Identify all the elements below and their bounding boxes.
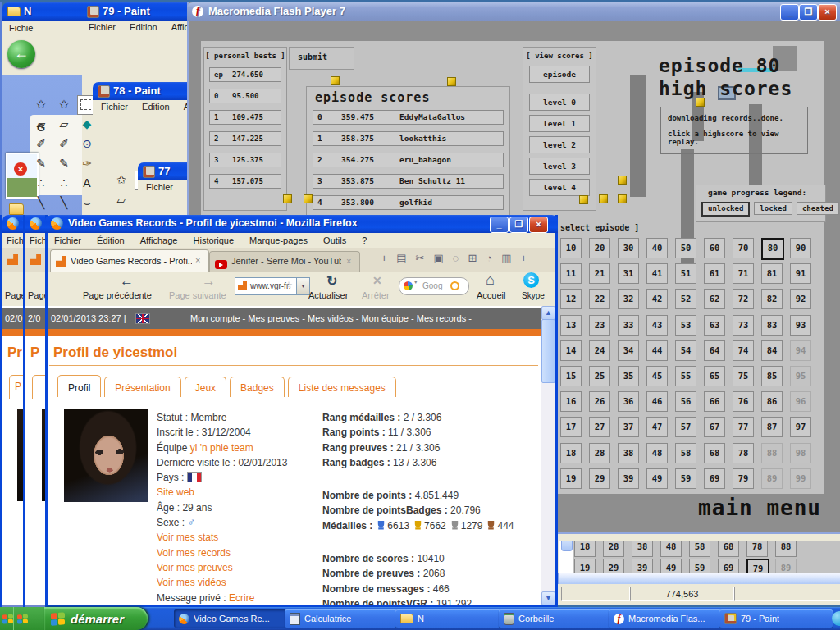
menu-item[interactable]: ?	[362, 235, 367, 245]
episode-cell[interactable]: 90	[790, 238, 811, 258]
tool-eraser-icon[interactable]: ▱	[54, 115, 74, 133]
episode-cell[interactable]: 56	[675, 391, 696, 412]
episode-cell[interactable]: 25	[589, 366, 610, 386]
episode-cell[interactable]: 92	[790, 289, 811, 309]
menu-item[interactable]: Édition	[97, 235, 125, 245]
episode-cell[interactable]: 97	[790, 417, 811, 437]
menu-item[interactable]: Historique	[194, 235, 235, 245]
episode-cell[interactable]: 40	[646, 238, 668, 258]
episode-cell[interactable]: 14	[560, 340, 582, 361]
tool-line-icon[interactable]: ╲	[31, 194, 51, 212]
tool-free-select-icon[interactable]: ✩	[54, 95, 74, 113]
google-icon[interactable]	[404, 281, 413, 290]
episode-cell[interactable]: 84	[761, 340, 783, 361]
view-scores-button-level-0[interactable]: level 0	[529, 94, 590, 111]
profile-link[interactable]: Voir mes stats	[157, 532, 218, 543]
site-tab-profil[interactable]: Profil	[57, 375, 101, 397]
episode-cell[interactable]: 19	[560, 468, 582, 489]
scroll-down-button[interactable]: ▼	[541, 591, 555, 605]
home-label[interactable]: Accueil	[477, 290, 505, 300]
episode-cell[interactable]: 71	[733, 263, 754, 284]
episode-cell[interactable]: 33	[618, 315, 639, 336]
episode-cell[interactable]: 82	[761, 289, 783, 309]
back-icon[interactable]: ←	[120, 273, 134, 290]
tool-airbrush-icon[interactable]: ∴	[54, 174, 74, 192]
menu-item[interactable]: Marque-pages	[249, 235, 308, 245]
tab-vgr-profile[interactable]: Video Games Records - Profi... ×	[50, 249, 209, 272]
episode-cell[interactable]: 47	[646, 417, 668, 437]
tool-color-picker-icon[interactable]: ✐	[54, 135, 74, 153]
episode-score-row[interactable]: 1358.375lookatthis	[313, 131, 504, 146]
firefox-title-bar[interactable]: Video Games Records - Profil de yicestmo…	[45, 215, 558, 233]
episode-cell[interactable]: 95	[790, 366, 811, 386]
page-scrollbar[interactable]: ▲ ▼	[541, 306, 555, 605]
episode-cell[interactable]: 62	[704, 289, 725, 309]
view-scores-button-episode[interactable]: episode	[529, 66, 590, 83]
episode-cell[interactable]: 24	[589, 340, 610, 361]
minimize-button[interactable]: _	[490, 217, 509, 233]
home-icon[interactable]: ⌂	[486, 272, 495, 289]
episode-cell[interactable]: 55	[675, 366, 696, 386]
taskbar-button-macromedia-flas-[interactable]: fMacromedia Flas...	[609, 609, 722, 628]
episode-cell[interactable]: 22	[589, 289, 610, 309]
episode-cell[interactable]: 34	[618, 340, 639, 361]
main-menu-button[interactable]: main menu	[678, 495, 821, 520]
site-tab-liste-des-messages[interactable]: Liste des messages	[288, 377, 396, 397]
episode-cell[interactable]: 66	[704, 391, 725, 412]
episode-cell[interactable]: 23	[589, 315, 610, 336]
firefox-menubar[interactable]: Fichier Édition Affichage Historique Mar…	[48, 233, 555, 248]
episode-cell[interactable]: 43	[646, 315, 668, 336]
episode-cell[interactable]: 67	[704, 417, 725, 437]
tab-close-icon[interactable]: ×	[195, 255, 200, 265]
episode-cell[interactable]: 99	[790, 468, 811, 489]
taskbar-button-79-paint[interactable]: 79 - Paint	[719, 609, 833, 628]
view-scores-button-level-4[interactable]: level 4	[529, 179, 590, 196]
episode-cell[interactable]: 72	[733, 289, 754, 309]
tool-pencil-icon[interactable]: ✎	[54, 154, 74, 172]
minimize-button[interactable]: _	[780, 4, 799, 21]
episode-cell[interactable]: 53	[675, 315, 696, 336]
episode-cell[interactable]: 91	[790, 263, 811, 284]
episode-cell[interactable]: 68	[704, 443, 725, 463]
view-scores-button-level-3[interactable]: level 3	[529, 158, 590, 175]
tool-color-picker-icon[interactable]: ✐	[31, 135, 51, 153]
copy-icon[interactable]: ▣	[433, 252, 443, 264]
taskbar-button-calculatrice[interactable]: Calculatrice	[285, 609, 398, 628]
site-tab-jeux[interactable]: Jeux	[185, 377, 226, 397]
profile-link[interactable]: Voir mes preuves	[157, 562, 233, 573]
episode-cell[interactable]: 80	[761, 238, 784, 260]
explorer-title-bar[interactable]: N	[2, 2, 94, 21]
uk-flag-icon[interactable]	[135, 313, 150, 324]
view-scores-button-level-2[interactable]: level 2	[529, 136, 590, 153]
episode-cell[interactable]: 30	[618, 238, 639, 258]
episode-cell[interactable]: 88	[761, 443, 783, 463]
episode-cell[interactable]: 77	[733, 417, 754, 437]
tool-pencil-icon[interactable]: ✎	[31, 154, 51, 172]
menu-item[interactable]: Fichier	[89, 22, 116, 32]
episode-cell[interactable]: 58	[675, 443, 696, 463]
episode-cell[interactable]: 94	[790, 340, 811, 361]
maximize-button[interactable]: ❐	[509, 217, 528, 233]
menu-item[interactable]: Fichier	[146, 182, 173, 192]
site-tab-présentation[interactable]: Présentation	[104, 377, 180, 397]
maximize-button[interactable]: ❐	[799, 4, 818, 21]
episode-cell[interactable]: 86	[761, 391, 783, 412]
write-message-link[interactable]: Ecrire	[229, 592, 254, 604]
episode-cell[interactable]: 96	[790, 391, 811, 412]
episode-cell[interactable]: 93	[790, 315, 811, 336]
tool-free-select-icon[interactable]: ✩	[31, 95, 51, 113]
episode-cell[interactable]: 87	[761, 417, 783, 437]
site-tab-badges[interactable]: Badges	[230, 377, 285, 397]
search-magnifier-icon[interactable]	[450, 281, 459, 290]
back-button[interactable]: ←	[7, 40, 35, 68]
episode-cell[interactable]: 74	[733, 340, 754, 361]
close-button[interactable]: ×	[529, 217, 548, 233]
episode-cell[interactable]: 85	[761, 366, 783, 386]
skype-label[interactable]: Skype	[522, 291, 545, 300]
history-icon[interactable]: ◔	[486, 252, 492, 264]
tab-close-icon[interactable]: ×	[346, 256, 351, 266]
episode-score-row[interactable]: 0359.475EddyMataGallos	[313, 110, 504, 125]
site-web-link[interactable]: Site web	[157, 486, 194, 498]
episode-cell[interactable]: 16	[560, 391, 582, 412]
view-scores-button-level-1[interactable]: level 1	[529, 115, 590, 132]
